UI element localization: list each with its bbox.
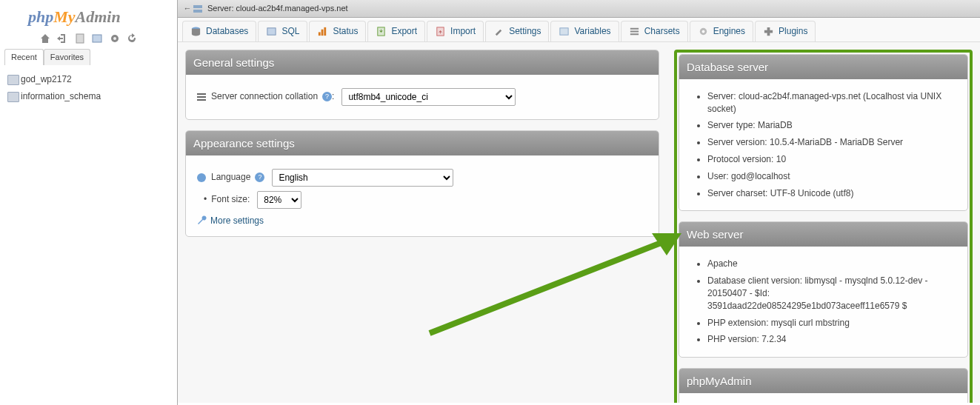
tab-label: Export xyxy=(391,25,417,38)
webserver-list: Apache Database client version: libmysql… xyxy=(707,255,957,348)
left-column: General settings Server connection colla… xyxy=(178,42,667,403)
database-server-panel: Database server Server: cloud-ac2b4f.man… xyxy=(679,54,968,212)
logo-part-php: php xyxy=(28,7,53,26)
tab-label: Charsets xyxy=(644,25,680,38)
svg-rect-8 xyxy=(319,32,321,36)
list-icon xyxy=(196,92,207,102)
logo-part-my: My xyxy=(53,7,75,26)
panel-title: Database server xyxy=(679,55,967,79)
sidebar-tabs: Recent Favorites xyxy=(4,49,173,65)
list-item: Server charset: UTF-8 Unicode (utf8) xyxy=(707,185,957,202)
tab-label: Databases xyxy=(206,25,248,38)
svg-rect-4 xyxy=(193,5,202,8)
gear-icon[interactable] xyxy=(109,33,121,44)
tab-label: Settings xyxy=(509,25,541,38)
tab-label: Status xyxy=(333,25,358,38)
sidebar-iconrow xyxy=(0,30,177,49)
tab-charsets[interactable]: Charsets xyxy=(621,21,688,41)
list-item: Server type: MariaDB xyxy=(707,117,957,134)
svg-rect-9 xyxy=(321,30,324,36)
language-label: Language ? xyxy=(211,171,264,184)
panel-title: General settings xyxy=(186,50,659,75)
panel-title: Web server xyxy=(679,222,967,247)
svg-rect-0 xyxy=(76,34,84,43)
collation-label: Server connection collation ? : xyxy=(211,90,334,103)
collation-select[interactable]: utf8mb4_unicode_ci xyxy=(341,88,516,106)
topnav: Databases SQL Status Export Import Setti… xyxy=(178,18,980,42)
tab-label: Plugins xyxy=(779,25,807,38)
list-item: Server version: 10.5.4-MariaDB - MariaDB… xyxy=(707,134,957,151)
db-node[interactable]: god_wp2172 xyxy=(4,71,173,88)
topbar: ← Server: cloud-ac2b4f.managed-vps.net xyxy=(178,0,980,18)
collation-label-text: Server connection collation xyxy=(211,90,318,103)
docs-icon[interactable] xyxy=(74,33,86,44)
svg-rect-13 xyxy=(560,28,568,35)
svg-point-3 xyxy=(113,37,116,40)
general-settings-panel: General settings Server connection colla… xyxy=(185,50,659,120)
svg-rect-10 xyxy=(324,27,327,36)
tab-databases[interactable]: Databases xyxy=(182,21,256,41)
collapse-sidebar-icon[interactable]: ← xyxy=(182,3,193,14)
tab-import[interactable]: Import xyxy=(427,21,484,41)
pma-list: Version information: 4.7.9 xyxy=(707,402,957,403)
tab-label: Import xyxy=(450,25,476,38)
sidebar: phpMyAdmin Recent Favorites god_wp2172 i… xyxy=(0,0,178,405)
server-label: Server: cloud-ac2b4f.managed-vps.net xyxy=(207,3,348,14)
appearance-settings-panel: Appearance settings Language ? English xyxy=(185,130,659,237)
phpmyadmin-panel: phpMyAdmin Version information: 4.7.9 xyxy=(679,368,968,403)
content: General settings Server connection colla… xyxy=(178,42,980,403)
dbserver-list: Server: cloud-ac2b4f.managed-vps.net (Lo… xyxy=(707,88,957,202)
tab-label: SQL xyxy=(281,25,299,38)
tab-settings[interactable]: Settings xyxy=(485,21,549,41)
tab-export[interactable]: Export xyxy=(367,21,425,41)
logo[interactable]: phpMyAdmin xyxy=(0,0,177,30)
svg-point-16 xyxy=(197,173,206,182)
panel-title: phpMyAdmin xyxy=(679,369,967,393)
list-item: Database client version: libmysql - mysq… xyxy=(707,272,957,314)
language-select[interactable]: English xyxy=(272,169,453,187)
tab-plugins[interactable]: Plugins xyxy=(755,21,816,41)
tab-sql[interactable]: SQL xyxy=(258,21,307,41)
list-item: Version information: 4.7.9 xyxy=(707,402,957,403)
home-icon[interactable] xyxy=(39,33,51,44)
svg-point-15 xyxy=(701,30,704,33)
list-item: PHP version: 7.2.34 xyxy=(707,331,957,348)
refresh-icon[interactable] xyxy=(126,33,138,44)
highlight-outline: Database server Server: cloud-ac2b4f.man… xyxy=(674,50,973,403)
language-label-text: Language xyxy=(211,171,250,184)
sidebar-tab-recent[interactable]: Recent xyxy=(4,49,44,65)
tab-engines[interactable]: Engines xyxy=(690,21,753,41)
svg-rect-7 xyxy=(267,28,276,35)
list-item: Apache xyxy=(707,255,957,272)
list-item: Server: cloud-ac2b4f.managed-vps.net (Lo… xyxy=(707,88,957,118)
list-item: PHP extension: mysqli curl mbstring xyxy=(707,315,957,332)
sidebar-tab-favorites[interactable]: Favorites xyxy=(44,49,90,65)
help-icon[interactable]: ? xyxy=(322,92,332,101)
tab-variables[interactable]: Variables xyxy=(550,21,619,41)
fontsize-select[interactable]: 82% xyxy=(257,191,301,209)
server-icon xyxy=(193,4,203,14)
list-item: User: god@localhost xyxy=(707,168,957,185)
svg-rect-1 xyxy=(93,35,101,42)
sql-icon[interactable] xyxy=(91,33,103,44)
db-node[interactable]: information_schema xyxy=(4,88,173,105)
tab-label: Variables xyxy=(574,25,610,38)
logo-part-admin: Admin xyxy=(76,7,121,26)
svg-rect-5 xyxy=(193,10,202,13)
right-column: Database server Server: cloud-ac2b4f.man… xyxy=(667,42,980,403)
help-icon[interactable]: ? xyxy=(255,173,264,182)
panel-title: Appearance settings xyxy=(186,131,659,155)
fontsize-label: Font size: xyxy=(211,193,250,206)
logout-icon[interactable] xyxy=(56,33,68,44)
web-server-panel: Web server Apache Database client versio… xyxy=(679,221,968,358)
more-settings-link[interactable]: More settings xyxy=(196,215,648,227)
tab-status[interactable]: Status xyxy=(309,21,366,41)
language-icon xyxy=(196,173,207,183)
more-settings-text: More settings xyxy=(210,215,264,227)
list-item: Protocol version: 10 xyxy=(707,151,957,168)
main: ← Server: cloud-ac2b4f.managed-vps.net D… xyxy=(178,0,980,405)
tab-label: Engines xyxy=(713,25,745,38)
db-tree: god_wp2172 information_schema xyxy=(0,65,177,111)
